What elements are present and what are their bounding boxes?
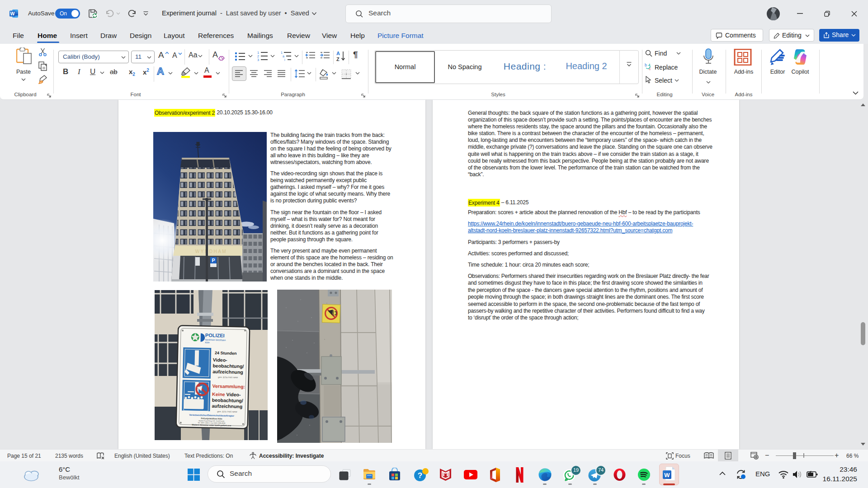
svg-text:POLIZEI: POLIZEI bbox=[205, 333, 225, 338]
svg-text:beobachtung/: beobachtung/ bbox=[212, 397, 243, 403]
svg-text:Versammlung:: Versammlung: bbox=[212, 383, 245, 389]
svg-text:A: A bbox=[336, 51, 340, 56]
svg-text:24 Stunden: 24 Stunden bbox=[215, 351, 237, 356]
svg-text:b: b bbox=[645, 63, 647, 67]
svg-text:Video-: Video- bbox=[213, 357, 228, 363]
svg-text:aufzeichnung: aufzeichnung bbox=[212, 369, 243, 375]
svg-text:WYNDHAM: WYNDHAM bbox=[195, 249, 227, 254]
svg-text:Polizeipräsidium Köln: Polizeipräsidium Köln bbox=[201, 417, 222, 420]
svg-text:Köln: Köln bbox=[205, 341, 209, 344]
svg-text:Keine Video-: Keine Video- bbox=[212, 391, 241, 397]
svg-text:i: i bbox=[284, 58, 285, 61]
svg-text:W: W bbox=[664, 472, 670, 479]
svg-text:aufzeichnung: aufzeichnung bbox=[212, 403, 242, 409]
svg-text:?: ? bbox=[418, 471, 422, 480]
svg-text:W: W bbox=[10, 11, 15, 16]
svg-text:Z: Z bbox=[336, 56, 340, 61]
svg-text:P: P bbox=[212, 258, 215, 263]
svg-text:gem. §15a PolG NRW: gem. §15a PolG NRW bbox=[218, 376, 238, 379]
svg-text:1: 1 bbox=[281, 51, 283, 54]
svg-text:beobachtung/: beobachtung/ bbox=[212, 363, 244, 369]
svg-text:gem. §15c PolG NRW: gem. §15c PolG NRW bbox=[217, 410, 237, 413]
svg-text:3: 3 bbox=[257, 58, 259, 61]
svg-text:a: a bbox=[283, 55, 284, 58]
